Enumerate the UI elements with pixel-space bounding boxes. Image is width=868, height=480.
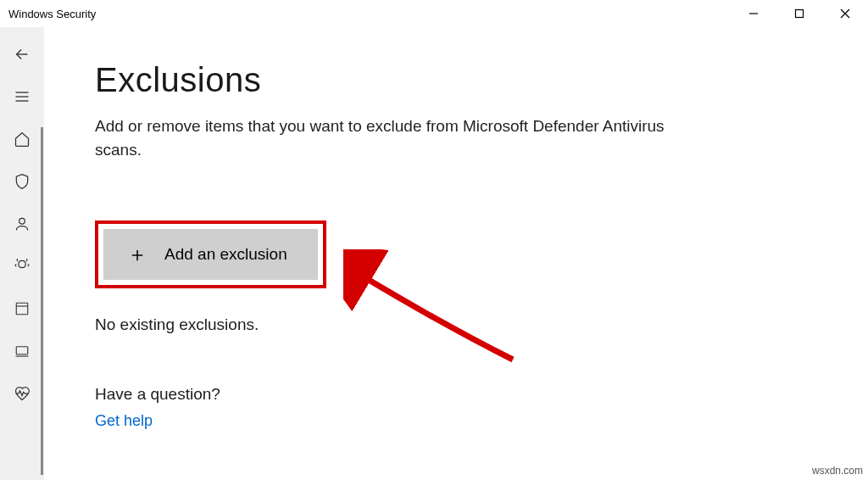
- watermark: wsxdn.com: [812, 465, 863, 477]
- device-health-icon[interactable]: [12, 383, 32, 404]
- app-browser-icon[interactable]: [12, 299, 32, 319]
- sidebar-active-indicator: [41, 127, 43, 475]
- device-security-icon[interactable]: [12, 341, 32, 361]
- window-title: Windows Security: [8, 8, 96, 20]
- svg-point-7: [19, 218, 25, 224]
- annotation-highlight: ＋ Add an exclusion: [95, 220, 326, 288]
- add-exclusion-label: Add an exclusion: [164, 245, 287, 264]
- page-description: Add or remove items that you want to exc…: [95, 114, 688, 161]
- account-icon[interactable]: [12, 214, 32, 234]
- titlebar: Windows Security: [0, 0, 868, 27]
- shield-icon[interactable]: [12, 171, 32, 192]
- question-heading: Have a question?: [95, 385, 817, 404]
- get-help-link[interactable]: Get help: [95, 412, 153, 429]
- plus-icon: ＋: [127, 244, 147, 265]
- svg-rect-10: [16, 347, 28, 354]
- menu-icon[interactable]: [12, 87, 32, 107]
- back-icon[interactable]: [12, 44, 32, 64]
- firewall-icon[interactable]: [12, 256, 32, 276]
- sidebar: [0, 27, 44, 480]
- main-content: Exclusions Add or remove items that you …: [44, 27, 868, 480]
- close-button[interactable]: [822, 0, 868, 27]
- window-controls: [731, 0, 868, 27]
- maximize-button[interactable]: [776, 0, 822, 27]
- svg-rect-1: [796, 10, 804, 18]
- exclusions-status: No existing exclusions.: [95, 315, 817, 334]
- minimize-button[interactable]: [731, 0, 776, 27]
- svg-rect-8: [16, 303, 28, 315]
- home-icon[interactable]: [12, 129, 32, 149]
- page-title: Exclusions: [95, 61, 817, 99]
- add-exclusion-button[interactable]: ＋ Add an exclusion: [103, 229, 318, 280]
